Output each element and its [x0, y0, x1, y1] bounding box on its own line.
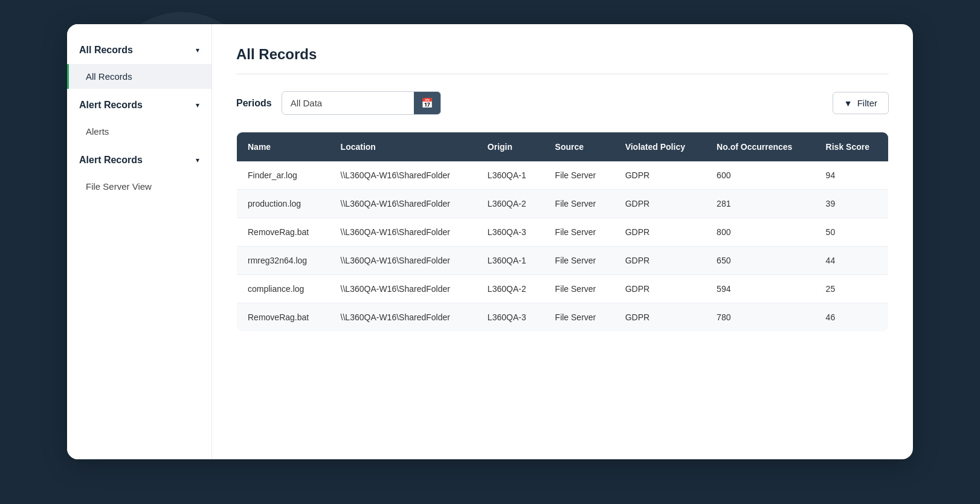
- col-origin: Origin: [477, 132, 544, 162]
- chevron-down-icon: ▾: [196, 46, 199, 54]
- filter-label: Filter: [857, 98, 877, 108]
- table-row: RemoveRag.bat \\L360QA-W16\SharedFolder …: [237, 218, 889, 247]
- sidebar-group-alert-records-1[interactable]: Alert Records ▾: [67, 91, 211, 119]
- cell-location: \\L360QA-W16\SharedFolder: [330, 275, 477, 303]
- col-location: Location: [330, 132, 477, 162]
- cell-violated-policy: GDPR: [614, 247, 706, 275]
- calendar-icon: 📅: [421, 97, 433, 109]
- sidebar: All Records ▾ All Records Alert Records …: [67, 24, 212, 459]
- toolbar: Periods 📅 ▼ Filter: [236, 91, 889, 115]
- sidebar-group-all-records[interactable]: All Records ▾: [67, 36, 211, 64]
- main-card: All Records ▾ All Records Alert Records …: [67, 24, 913, 459]
- col-name: Name: [237, 132, 330, 162]
- sidebar-group-alert-records-2[interactable]: Alert Records ▾: [67, 146, 211, 174]
- sidebar-item-file-server-view[interactable]: File Server View: [67, 174, 211, 199]
- sidebar-section-all-records: All Records ▾ All Records: [67, 36, 211, 89]
- sidebar-item-label-file-server-view: File Server View: [86, 181, 152, 192]
- chevron-down-icon-3: ▾: [196, 156, 199, 164]
- sidebar-item-label: All Records: [86, 71, 132, 82]
- sidebar-item-alerts[interactable]: Alerts: [67, 119, 211, 144]
- cell-violated-policy: GDPR: [614, 275, 706, 303]
- periods-label: Periods: [236, 98, 272, 109]
- table-body: Finder_ar.log \\L360QA-W16\SharedFolder …: [237, 161, 889, 332]
- cell-occurrences: 800: [706, 218, 815, 247]
- cell-risk-score: 44: [815, 247, 889, 275]
- cell-violated-policy: GDPR: [614, 161, 706, 190]
- cell-origin: L360QA-3: [477, 303, 544, 332]
- cell-location: \\L360QA-W16\SharedFolder: [330, 190, 477, 218]
- divider: [236, 74, 889, 74]
- table-header-row: Name Location Origin Source Violated Pol…: [237, 132, 889, 162]
- cell-location: \\L360QA-W16\SharedFolder: [330, 247, 477, 275]
- table-row: RemoveRag.bat \\L360QA-W16\SharedFolder …: [237, 303, 889, 332]
- col-occurrences: No.of Occurrences: [706, 132, 815, 162]
- cell-origin: L360QA-1: [477, 247, 544, 275]
- cell-location: \\L360QA-W16\SharedFolder: [330, 303, 477, 332]
- scene: All Records ▾ All Records Alert Records …: [67, 24, 913, 483]
- periods-input-wrap: 📅: [282, 91, 441, 115]
- sidebar-group-label-all-records: All Records: [79, 45, 133, 56]
- table-header: Name Location Origin Source Violated Pol…: [237, 132, 889, 162]
- cell-violated-policy: GDPR: [614, 218, 706, 247]
- cell-risk-score: 46: [815, 303, 889, 332]
- cell-origin: L360QA-3: [477, 218, 544, 247]
- cell-name: RemoveRag.bat: [237, 218, 330, 247]
- cell-occurrences: 594: [706, 275, 815, 303]
- cell-occurrences: 600: [706, 161, 815, 190]
- cell-occurrences: 780: [706, 303, 815, 332]
- cell-source: File Server: [544, 190, 614, 218]
- cell-origin: L360QA-1: [477, 161, 544, 190]
- cell-location: \\L360QA-W16\SharedFolder: [330, 161, 477, 190]
- filter-icon: ▼: [844, 99, 853, 108]
- main-content: All Records Periods 📅 ▼ Filter: [212, 24, 913, 459]
- cell-name: production.log: [237, 190, 330, 218]
- sidebar-group-label-alert-records-1: Alert Records: [79, 100, 143, 111]
- table-row: production.log \\L360QA-W16\SharedFolder…: [237, 190, 889, 218]
- cell-origin: L360QA-2: [477, 190, 544, 218]
- sidebar-group-label-alert-records-2: Alert Records: [79, 155, 143, 166]
- col-risk-score: Risk Score: [815, 132, 889, 162]
- cell-violated-policy: GDPR: [614, 303, 706, 332]
- cell-risk-score: 39: [815, 190, 889, 218]
- cell-source: File Server: [544, 275, 614, 303]
- cell-risk-score: 50: [815, 218, 889, 247]
- cell-violated-policy: GDPR: [614, 190, 706, 218]
- calendar-button[interactable]: 📅: [414, 92, 440, 114]
- cell-name: rmreg32n64.log: [237, 247, 330, 275]
- sidebar-item-label-alerts: Alerts: [86, 126, 109, 137]
- col-source: Source: [544, 132, 614, 162]
- cell-occurrences: 650: [706, 247, 815, 275]
- chevron-down-icon-2: ▾: [196, 101, 199, 109]
- cell-source: File Server: [544, 303, 614, 332]
- cell-name: compliance.log: [237, 275, 330, 303]
- sidebar-section-alert-records-2: Alert Records ▾ File Server View: [67, 146, 211, 199]
- data-table: Name Location Origin Source Violated Pol…: [236, 132, 889, 332]
- cell-risk-score: 94: [815, 161, 889, 190]
- table-row: compliance.log \\L360QA-W16\SharedFolder…: [237, 275, 889, 303]
- table-row: rmreg32n64.log \\L360QA-W16\SharedFolder…: [237, 247, 889, 275]
- sidebar-item-all-records[interactable]: All Records: [67, 64, 211, 89]
- cell-location: \\L360QA-W16\SharedFolder: [330, 218, 477, 247]
- filter-button[interactable]: ▼ Filter: [833, 92, 889, 114]
- cell-source: File Server: [544, 247, 614, 275]
- periods-group: Periods 📅: [236, 91, 441, 115]
- cell-source: File Server: [544, 218, 614, 247]
- cell-origin: L360QA-2: [477, 275, 544, 303]
- cell-name: Finder_ar.log: [237, 161, 330, 190]
- cell-occurrences: 281: [706, 190, 815, 218]
- table-row: Finder_ar.log \\L360QA-W16\SharedFolder …: [237, 161, 889, 190]
- cell-source: File Server: [544, 161, 614, 190]
- sidebar-section-alert-records-1: Alert Records ▾ Alerts: [67, 91, 211, 144]
- periods-input[interactable]: [282, 92, 414, 114]
- cell-name: RemoveRag.bat: [237, 303, 330, 332]
- page-title: All Records: [236, 46, 889, 63]
- cell-risk-score: 25: [815, 275, 889, 303]
- col-violated-policy: Violated Policy: [614, 132, 706, 162]
